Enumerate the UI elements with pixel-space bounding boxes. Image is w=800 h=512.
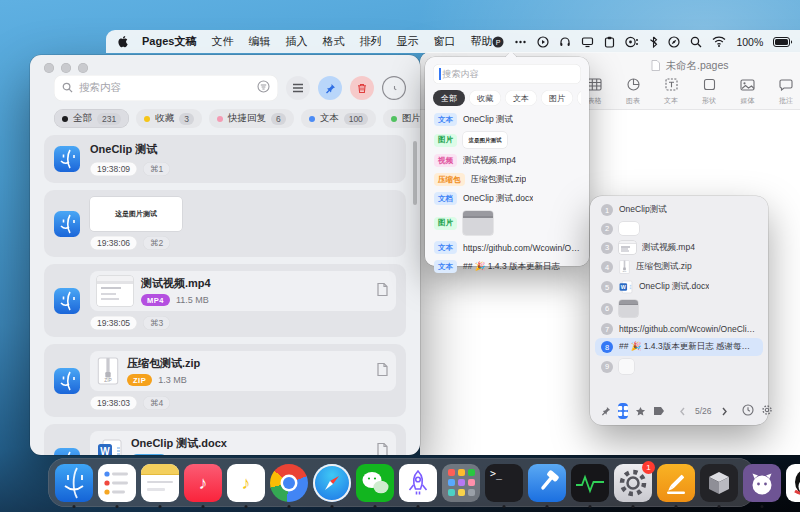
popover-tab-3[interactable]: 图片 [541,90,573,106]
popover-item-1[interactable]: 图片这是图片测试 [425,129,589,151]
popover-tab-2[interactable]: 文本 [505,90,537,106]
quick-panel-item-2[interactable]: 3测试视频.mp4 [595,238,763,257]
wifi-icon[interactable] [712,36,726,47]
popover-item-7[interactable]: 文本## 🎉 1.4.3 版本更新日志 [425,257,589,276]
close-button[interactable] [44,63,54,73]
dock-rocket-app-icon[interactable] [399,464,437,502]
popover-item-5[interactable]: 图片 [425,208,589,238]
display-icon[interactable] [581,36,594,48]
grid-view-icon[interactable] [618,403,628,419]
search-input[interactable]: 搜索内容 [54,75,278,101]
popover-item-6[interactable]: 文本https://github.com/Wcowin/OneClip/r... [425,238,589,257]
filter-chip-0[interactable]: 全部231 [54,109,129,128]
headphones-icon[interactable] [559,36,571,48]
menu-item-0[interactable]: Pages文稿 [142,34,196,49]
menu-item-6[interactable]: 显示 [396,34,418,49]
dock-finder-icon[interactable] [55,464,93,502]
lens-icon[interactable] [625,36,639,48]
scrollbar[interactable] [413,141,417,205]
clipboard-icon[interactable] [604,36,615,48]
dock-launchpad-icon[interactable] [442,464,480,502]
dock-activity-monitor-icon[interactable] [571,464,609,502]
popover-tab-0[interactable]: 全部 [433,90,465,106]
popover-item-2[interactable]: 视频测试视频.mp4 [425,151,589,170]
clipboard-item-0[interactable]: OneClip 测试19:38:09⌘1 [44,135,406,183]
dock-cube-app-icon[interactable] [700,464,738,502]
pages-tool-表格[interactable]: 表格 [587,77,602,106]
filter-chip-2[interactable]: 快捷回复6 [209,109,294,128]
menu-item-4[interactable]: 格式 [322,34,344,49]
quick-panel-item-8[interactable]: 9 [595,356,763,377]
quick-panel-item-3[interactable]: 4ZIP压缩包测试.zip [595,257,763,277]
menu-item-5[interactable]: 排列 [359,34,381,49]
ellipsis-icon[interactable] [514,36,527,48]
popover-tab-4[interactable]: 文档 [577,90,581,106]
pages-tool-图表[interactable]: 图表 [626,77,640,106]
bluetooth-icon[interactable] [649,36,658,48]
settings-gear-icon[interactable] [761,402,773,420]
menu-item-8[interactable]: 帮助 [470,34,492,49]
clipboard-item-4[interactable]: WOneClip 测试.docxDOCX265 KB19:38:01⌘5 [44,424,406,455]
star-icon[interactable] [635,403,646,419]
prev-page-icon[interactable] [679,402,686,420]
clipboard-item-1[interactable]: 这是图片测试19:38:06⌘2 [44,190,406,257]
dock-music-icon[interactable]: ♪ [184,464,222,502]
menu-item-7[interactable]: 窗口 [433,34,455,49]
popover-tab-1[interactable]: 收藏 [469,90,501,106]
dock-wechat-icon[interactable] [356,464,394,502]
filter-chip-4[interactable]: 图片120 [383,109,420,128]
search-icon[interactable] [690,36,702,48]
list-view-button[interactable] [286,76,310,100]
menu-item-1[interactable]: 文件 [211,34,233,49]
clipboard-item-3[interactable]: ZIP压缩包测试.zipZIP1.3 MB19:38:03⌘4 [44,344,406,417]
apple-menu-icon[interactable] [116,35,129,48]
next-page-icon[interactable] [721,402,728,420]
battery-icon[interactable] [773,37,793,47]
pin-icon[interactable] [601,403,611,419]
popover-item-0[interactable]: 文本OneClip 测试 [425,110,589,129]
dock-notes-icon[interactable] [141,464,179,502]
pin-button[interactable] [318,76,342,100]
menu-item-3[interactable]: 插入 [285,34,307,49]
dock-safari-icon[interactable] [313,464,351,502]
zoom-button[interactable] [78,63,88,73]
compass-icon[interactable] [668,36,680,48]
popover-item-3[interactable]: 压缩包压缩包测试.zip [425,170,589,189]
dock-system-settings-icon[interactable]: 1 [614,464,652,502]
play-circle-icon[interactable] [537,36,549,48]
quick-panel-item-4[interactable]: 5WOneClip 测试.docx [595,277,763,297]
quick-panel-item-0[interactable]: 1OneClip测试 [595,201,763,219]
filetype-badge: MP4 [141,294,170,306]
pages-tool-文本[interactable]: 文本 [664,77,678,106]
dock-xcode-icon[interactable] [528,464,566,502]
quick-panel-item-6[interactable]: 7https://github.com/Wcowin/OneClip/relea… [595,320,763,338]
pages-tool-批注[interactable]: 批注 [779,77,793,106]
history-button[interactable] [382,76,406,100]
trash-button[interactable] [350,76,374,100]
filter-icon[interactable] [257,79,270,97]
dock-qq-music-icon[interactable]: ♪ [227,464,265,502]
menu-item-2[interactable]: 编辑 [248,34,270,49]
filter-chip-3[interactable]: 文本100 [301,109,376,128]
dock-qq-icon[interactable] [786,464,800,502]
popover-item-4[interactable]: 文档OneClip 测试.docx [425,189,589,208]
clipboard-item-2[interactable]: 测试视频.mp4MP411.5 MB19:38:05⌘3 [44,264,406,337]
quick-panel-item-7[interactable]: 8## 🎉 1.4.3版本更新日志 感谢每一位曾经和未... [595,338,763,356]
dock-github-icon[interactable] [743,464,781,502]
dock-pages-icon[interactable] [657,464,695,502]
pages-tool-媒体[interactable]: 媒体 [740,77,755,106]
minimize-button[interactable] [61,63,71,73]
popover-search-input[interactable]: 搜索内容 [433,64,581,84]
p-circle-icon[interactable]: P [492,36,504,48]
dock-chrome-icon[interactable] [270,464,308,502]
filter-chip-1[interactable]: 收藏3 [136,109,202,128]
dock-terminal-icon[interactable]: >_ [485,464,523,502]
pages-tool-形状[interactable]: 形状 [702,77,716,106]
tags-icon[interactable] [653,403,665,419]
history-icon[interactable] [742,402,754,420]
quick-panel-item-1[interactable]: 2 [595,219,763,238]
quick-panel-item-5[interactable]: 6 [595,297,763,320]
traffic-lights[interactable] [44,63,88,73]
filter-chips: 全部231收藏3快捷回复6文本100图片120文档5压缩包 [54,109,420,128]
dock-reminders-icon[interactable] [98,464,136,502]
